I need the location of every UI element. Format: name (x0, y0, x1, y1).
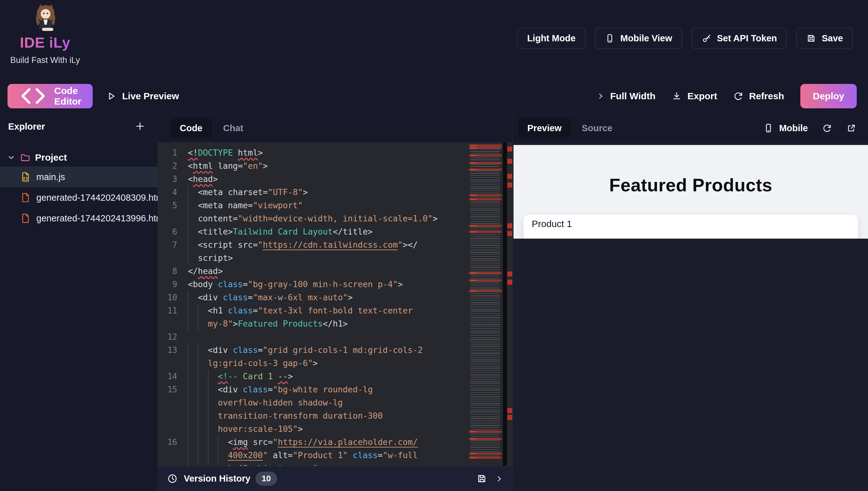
file-icon (20, 213, 31, 224)
tab-source[interactable]: Source (582, 123, 612, 134)
file-code-icon (20, 172, 31, 182)
minimap-error-row (469, 231, 502, 233)
error-marker[interactable] (507, 147, 512, 151)
deploy-button[interactable]: Deploy (800, 84, 857, 108)
editor-minimap[interactable] (468, 142, 503, 466)
ide-app: IDE iLy Build Fast With iLy Light Mode M… (0, 0, 868, 491)
code-panel-tabs: Code Chat (158, 114, 513, 142)
minimap-error-row (469, 198, 502, 200)
smartphone-icon (605, 33, 615, 43)
set-api-token-button[interactable]: Set API Token (692, 28, 787, 49)
error-marker[interactable] (507, 231, 512, 236)
explorer-title: Explorer (8, 121, 45, 132)
version-bar-actions (476, 473, 503, 484)
tree-item-generated-html-2[interactable]: generated-1744202413996.html (0, 208, 157, 229)
refresh-icon[interactable] (822, 123, 832, 133)
minimap-error-row (469, 225, 502, 227)
live-preview-button[interactable]: Live Preview (107, 91, 179, 102)
external-link-icon[interactable] (846, 123, 856, 133)
app-header: IDE iLy Build Fast With iLy Light Mode M… (0, 0, 868, 78)
version-history-label: Version History (184, 473, 251, 484)
preview-panel-tabs: Preview Source Mobile (513, 114, 868, 142)
refresh-button[interactable]: Refresh (733, 91, 784, 102)
minimap-code-texture (470, 144, 500, 459)
full-width-label: Full Width (610, 91, 656, 102)
smartphone-icon (763, 123, 774, 133)
tab-chat-label: Chat (223, 123, 243, 133)
export-button[interactable]: Export (672, 91, 717, 102)
error-marker[interactable] (507, 415, 512, 420)
tab-chat[interactable]: Chat (223, 123, 243, 134)
code-editor-button[interactable]: Code Editor (7, 84, 93, 108)
error-marker[interactable] (507, 280, 512, 285)
preview-panel: Preview Source Mobile (513, 114, 868, 491)
app-subtitle: Build Fast With iLy (2, 55, 88, 65)
light-mode-label: Light Mode (527, 33, 576, 44)
error-marker[interactable] (507, 182, 512, 187)
minimap-error-row (469, 457, 502, 459)
preview-actions: Mobile (763, 123, 856, 134)
minimap-error-row (469, 144, 502, 147)
preview-content: Featured Products Product 1 (513, 142, 868, 491)
minimap-error-row (469, 272, 502, 274)
refresh-icon (733, 91, 743, 101)
mobile-toggle-label: Mobile (779, 123, 808, 134)
error-marker[interactable] (507, 408, 512, 413)
view-toolbar: Code Editor Live Preview Full Width Expo… (0, 78, 868, 114)
version-history-bar[interactable]: Version History 10 (158, 466, 513, 491)
brand-block: IDE iLy Build Fast With iLy (2, 3, 88, 65)
tree-item-generated-html-1[interactable]: generated-1744202408309.html (0, 187, 157, 208)
clock-icon (167, 473, 177, 484)
main-content: Explorer Project (0, 114, 868, 491)
save-button[interactable]: Save (796, 28, 853, 49)
editor-scrollbar[interactable] (503, 142, 507, 466)
light-mode-button[interactable]: Light Mode (517, 28, 585, 49)
tree-item-project[interactable]: Project (0, 148, 157, 167)
set-api-token-label: Set API Token (717, 33, 777, 44)
mobile-view-label: Mobile View (620, 33, 672, 44)
app-title: IDE iLy (2, 34, 88, 51)
minimap-error-row (469, 290, 502, 292)
refresh-label: Refresh (749, 91, 784, 102)
play-icon (107, 91, 116, 101)
explorer-header: Explorer (0, 114, 157, 140)
mobile-view-button[interactable]: Mobile View (595, 28, 682, 49)
error-marker[interactable] (507, 223, 512, 228)
explorer-sidebar: Explorer Project (0, 114, 158, 491)
folder-icon (20, 152, 30, 163)
minimap-error-row (469, 162, 502, 164)
minimap-error-row (469, 147, 502, 149)
minimap-error-row (469, 194, 502, 196)
error-marker[interactable] (507, 159, 512, 164)
minimap-error-row (469, 154, 502, 156)
download-icon (672, 91, 682, 101)
toolbar-right: Full Width Export Refresh Deploy (597, 84, 857, 108)
save-label: Save (822, 33, 843, 44)
save-icon[interactable] (476, 473, 487, 484)
code-editor-label: Code Editor (54, 86, 81, 107)
error-marker[interactable] (507, 174, 512, 179)
live-preview-label: Live Preview (122, 91, 179, 102)
full-width-button[interactable]: Full Width (597, 91, 656, 102)
preview-iframe[interactable]: Featured Products Product 1 (514, 145, 868, 239)
save-icon (806, 33, 816, 43)
mobile-toggle-button[interactable]: Mobile (763, 123, 808, 134)
key-icon (702, 33, 712, 43)
minimap-error-row (469, 431, 502, 433)
tab-code[interactable]: Code (170, 118, 212, 138)
deploy-label: Deploy (813, 91, 844, 102)
error-marker[interactable] (507, 271, 512, 277)
tab-preview[interactable]: Preview (518, 118, 571, 138)
add-file-button[interactable] (135, 121, 145, 133)
file-tree: Project main.js generated-1744202408309.… (0, 140, 157, 229)
file-name: generated-1744202413996.html (36, 213, 157, 224)
preview-heading: Featured Products (514, 174, 868, 195)
project-label: Project (35, 152, 67, 163)
tab-code-label: Code (180, 123, 203, 134)
tab-preview-label: Preview (527, 123, 562, 134)
chevron-right-icon[interactable] (495, 475, 503, 483)
code-lines: 1<!DOCTYPE html>2<html lang="en">3<head>… (158, 142, 513, 466)
code-editor-surface[interactable]: 1<!DOCTYPE html>2<html lang="en">3<head>… (158, 142, 513, 466)
code-panel: Code Chat 1<!DOCTYPE html>2<html lang="e… (158, 114, 513, 491)
tree-item-main-js[interactable]: main.js (0, 167, 157, 187)
